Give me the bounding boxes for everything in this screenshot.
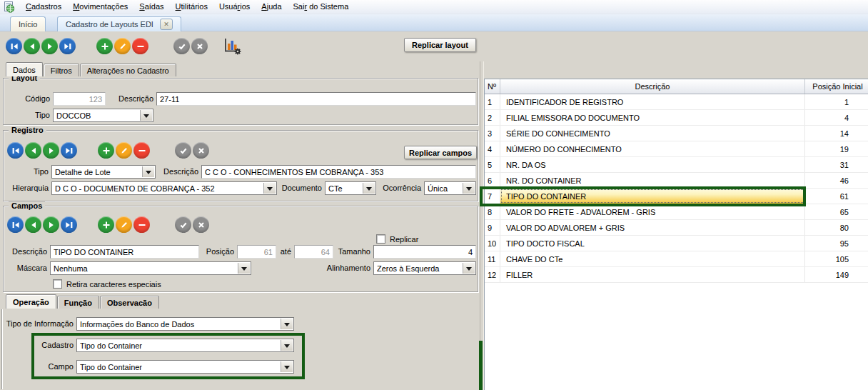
table-row[interactable]: 3SÉRIE DO CONHECIMENTO14	[485, 126, 868, 141]
table-row[interactable]: 6NR. DO CONTAINER46	[485, 173, 868, 189]
delete-button[interactable]	[132, 38, 148, 54]
grid-cell-n[interactable]: 12	[485, 267, 500, 282]
tab-filtros[interactable]: Filtros	[44, 64, 79, 76]
grid-cell-pos[interactable]: 149	[805, 267, 867, 282]
tab-inicio[interactable]: Início	[10, 16, 46, 31]
column-header-posicao-inicial[interactable]: Posição Inicial	[805, 79, 867, 94]
add-button[interactable]	[96, 38, 113, 54]
confirm-button[interactable]	[175, 216, 191, 233]
grid-cell-desc[interactable]: FILIAL EMISSORA DO DOCUMENTO	[500, 110, 805, 125]
column-header-n[interactable]: Nº	[485, 79, 500, 94]
add-button[interactable]	[98, 216, 114, 233]
grid-cell-pos[interactable]: 19	[805, 141, 867, 156]
cadastro-select[interactable]: Tipo do Container	[76, 339, 294, 352]
chevron-down-icon[interactable]	[263, 183, 276, 194]
grid-cell-n[interactable]: 11	[485, 251, 500, 266]
grid-cell-desc[interactable]: CHAVE DO CTe	[500, 251, 805, 266]
campos-descricao-field[interactable]: TIPO DO CONTAINER	[50, 245, 199, 259]
grid-cell-pos[interactable]: 46	[805, 173, 867, 188]
chevron-down-icon[interactable]	[142, 166, 154, 177]
tab-funcao[interactable]: Função	[57, 296, 99, 309]
grid-cell-pos[interactable]: 95	[805, 236, 867, 251]
registro-descricao-field[interactable]: C C O - CONHECIMENTOS EM COBRANÇA - 353	[201, 165, 476, 179]
chevron-down-icon[interactable]	[238, 263, 250, 274]
layout-descricao-field[interactable]: 27-11	[156, 92, 476, 106]
menu-usuarios[interactable]: Usuários	[213, 1, 256, 13]
grid-cell-pos[interactable]: 80	[805, 220, 867, 235]
grid-cell-pos[interactable]: 14	[805, 126, 867, 141]
confirm-button[interactable]	[175, 142, 191, 159]
menu-sair-do-sistema[interactable]: Sair do Sistema	[288, 1, 355, 13]
grid-cell-pos[interactable]: 31	[805, 157, 867, 172]
nav-next-button[interactable]	[43, 216, 59, 233]
nav-last-button[interactable]	[59, 38, 76, 54]
chevron-down-icon[interactable]	[281, 319, 293, 329]
nav-prev-button[interactable]	[25, 142, 41, 159]
grid-cell-desc[interactable]: NR. DO CONTAINER	[500, 173, 805, 188]
cancel-button[interactable]	[191, 38, 208, 54]
replicar-campos-button[interactable]: Replicar campos	[404, 146, 477, 159]
hierarquia-select[interactable]: D C O - DOCUMENTO DE COBRANÇA - 352	[51, 181, 277, 195]
nav-last-button[interactable]	[61, 142, 77, 159]
tipo-informacao-select[interactable]: Informações do Banco de Dados	[76, 317, 294, 331]
grid-cell-n[interactable]: 6	[485, 173, 500, 188]
grid-cell-n[interactable]: 3	[485, 126, 500, 141]
ate-field[interactable]: 64	[294, 245, 333, 259]
table-row[interactable]: 11CHAVE DO CTe105	[485, 251, 868, 267]
codigo-field[interactable]: 123	[53, 92, 106, 106]
column-header-descricao[interactable]: Descrição	[500, 79, 805, 94]
ocorrencia-select[interactable]: Única	[424, 181, 476, 195]
nav-first-button[interactable]	[7, 216, 24, 233]
table-row[interactable]: 5NR. DA OS31	[485, 157, 868, 173]
chevron-down-icon[interactable]	[281, 340, 293, 351]
nav-first-button[interactable]	[7, 142, 24, 159]
chevron-down-icon[interactable]	[463, 263, 475, 274]
chevron-down-icon[interactable]	[463, 183, 475, 194]
documento-select[interactable]: CTe	[325, 181, 376, 195]
cancel-button[interactable]	[193, 216, 209, 233]
nav-last-button[interactable]	[61, 216, 77, 233]
table-row[interactable]: 1IDENTIFICADOR DE REGISTRO1	[485, 94, 868, 110]
grid-cell-n[interactable]: 8	[485, 204, 500, 219]
nav-prev-button[interactable]	[25, 216, 41, 233]
retira-caracteres-checkbox[interactable]	[53, 279, 62, 289]
chart-settings-icon[interactable]	[223, 37, 242, 55]
grid-cell-pos[interactable]: 1	[805, 94, 867, 109]
grid-cell-n[interactable]: 7	[485, 189, 500, 204]
tab-cadastro-layouts-edi[interactable]: Cadastro de Layouts EDI ✕	[57, 16, 181, 31]
menu-cadastros[interactable]: Cadastros	[20, 1, 67, 13]
add-button[interactable]	[98, 142, 114, 159]
grid-cell-pos[interactable]: 105	[805, 251, 867, 266]
grid-cell-desc[interactable]: IDENTIFICADOR DE REGISTRO	[500, 94, 805, 109]
grid-cell-desc[interactable]: VALOR DO ADVALOREM + GRIS	[500, 220, 805, 235]
grid-cell-n[interactable]: 1	[485, 94, 500, 109]
tab-observacao[interactable]: Observacão	[100, 296, 159, 309]
chevron-down-icon[interactable]	[140, 110, 152, 121]
posicao-field[interactable]: 61	[237, 245, 276, 259]
grid-cell-n[interactable]: 9	[485, 220, 500, 235]
table-row[interactable]: 4NÚMERO DO CONHECIMENTO19	[485, 141, 868, 157]
grid-cell-pos[interactable]: 65	[805, 204, 867, 219]
tab-alteracoes-cadastro[interactable]: Alterações no Cadastro	[80, 64, 176, 76]
grid-cell-desc[interactable]: VALOR DO FRETE - ADVALOREM - GRIS	[500, 204, 805, 219]
grid-cell-pos[interactable]: 4	[805, 110, 867, 125]
table-row[interactable]: 10TIPO DOCTO FISCAL95	[485, 236, 868, 251]
delete-button[interactable]	[133, 216, 150, 233]
menu-ajuda[interactable]: Ajuda	[256, 1, 287, 13]
delete-button[interactable]	[133, 142, 150, 159]
table-row[interactable]: 9VALOR DO ADVALOREM + GRIS80	[485, 220, 868, 236]
grid-cell-desc[interactable]: FILLER	[500, 267, 805, 282]
menu-utilitarios[interactable]: Utilitários	[170, 1, 213, 13]
tamanho-field[interactable]: 4	[373, 245, 476, 259]
alinhamento-select[interactable]: Zeros à Esquerda	[373, 261, 476, 275]
table-row[interactable]: 8VALOR DO FRETE - ADVALOREM - GRIS65	[485, 204, 868, 220]
menu-movimentacoes[interactable]: Movimentações	[67, 1, 133, 13]
tab-operacao[interactable]: Operação	[6, 294, 56, 309]
nav-next-button[interactable]	[41, 38, 58, 54]
nav-first-button[interactable]	[6, 38, 22, 54]
edit-button[interactable]	[114, 38, 131, 54]
grid-cell-n[interactable]: 2	[485, 110, 500, 125]
grid-cell-pos[interactable]: 61	[805, 189, 867, 204]
menu-saidas[interactable]: Saídas	[133, 1, 169, 13]
confirm-button[interactable]	[173, 38, 190, 54]
